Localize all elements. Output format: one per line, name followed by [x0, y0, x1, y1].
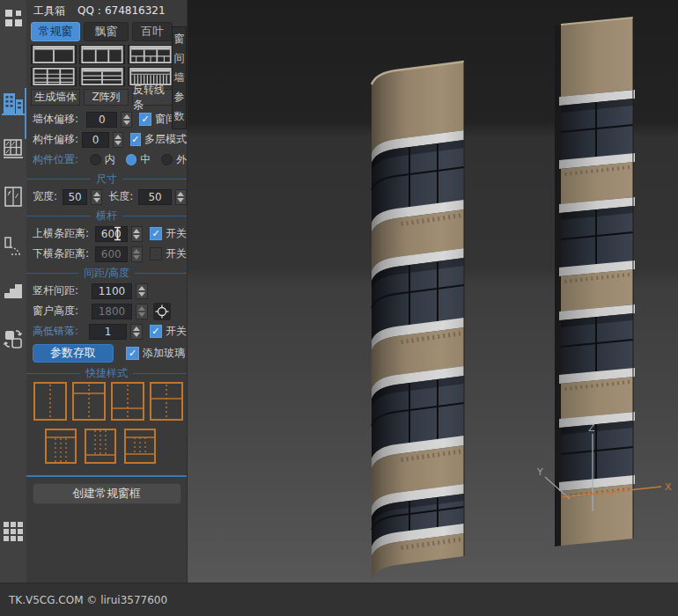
- part-offset-input[interactable]: 0: [82, 132, 109, 148]
- width-input[interactable]: 50: [63, 189, 87, 205]
- quick-style-2[interactable]: [72, 382, 106, 423]
- top-bar-distance-label: 上横条距离:: [33, 226, 92, 241]
- quick-style-1[interactable]: [33, 382, 67, 423]
- railing-preview-icon: [32, 46, 76, 63]
- style-preview-grid: [26, 45, 176, 86]
- position-middle-radio[interactable]: [126, 154, 137, 165]
- railing-preview-icon: [80, 46, 124, 63]
- rails-header-label: 横杆: [96, 209, 117, 224]
- vertical-spacing-input[interactable]: 1100: [92, 283, 132, 299]
- building-tool-icon[interactable]: [0, 91, 26, 115]
- panel-divider-line: [26, 475, 187, 477]
- crosshair-icon: [155, 304, 169, 319]
- style-preview-5[interactable]: [79, 67, 125, 86]
- tab-bay-window[interactable]: 飘窗: [84, 22, 129, 41]
- create-window-frame-button[interactable]: 创建常规窗框: [33, 483, 181, 504]
- viewport-3d[interactable]: Z Y X: [188, 0, 678, 583]
- window-height-label: 窗户高度:: [33, 304, 88, 319]
- add-glass-checkbox[interactable]: [126, 347, 139, 360]
- style-preview-2[interactable]: [79, 45, 125, 64]
- stairs-tool-icon[interactable]: [0, 280, 26, 299]
- stagger-label: 高低错落:: [33, 324, 85, 339]
- length-spinner[interactable]: [175, 189, 187, 205]
- model-flat-window-slab[interactable]: [555, 18, 635, 546]
- store-params-button[interactable]: 参数存取: [33, 344, 114, 363]
- bottom-bar-row: 下横条距离: 600 开关: [26, 244, 187, 264]
- part-offset-label: 构件偏移:: [33, 132, 78, 147]
- grid-3x3-icon-glyph: [3, 521, 24, 542]
- apps-grid-icon[interactable]: [0, 9, 26, 27]
- pick-height-button[interactable]: [153, 303, 171, 320]
- top-bar-switch-checkbox[interactable]: [150, 227, 162, 240]
- stagger-switch-checkbox[interactable]: [150, 325, 162, 338]
- multilayer-checkbox[interactable]: [130, 133, 141, 146]
- style-preview-4[interactable]: [31, 67, 77, 86]
- apps-grid-icon-glyph: [4, 9, 23, 27]
- style-preview-1[interactable]: [31, 45, 77, 64]
- transform-icon-glyph: [3, 327, 24, 350]
- wall-offset-input[interactable]: 0: [86, 112, 117, 128]
- position-middle-label: 中: [140, 152, 151, 167]
- window-height-input[interactable]: 1800: [92, 304, 132, 319]
- swing-door-icon-glyph: [3, 236, 24, 257]
- quick-style-icon: [85, 429, 116, 464]
- side-tab-char: 数: [174, 109, 185, 124]
- spandrel-checkbox[interactable]: [139, 113, 151, 126]
- bottom-bar-distance-input[interactable]: 600: [95, 246, 128, 262]
- vertical-spacing-row: 竖杆间距: 1100: [26, 281, 187, 301]
- size-header-label: 尺寸: [96, 172, 117, 187]
- tab-strip: 常规窗 飘窗 百叶: [26, 22, 187, 41]
- door-tool-icon[interactable]: [0, 187, 26, 208]
- top-bar-row: 上横条距离: 600 开关: [26, 224, 187, 244]
- bottom-bar-spinner[interactable]: [131, 246, 143, 262]
- store-row: 参数存取 添加玻璃: [26, 341, 187, 364]
- window-grid-icon-glyph: [3, 139, 24, 160]
- length-input[interactable]: 50: [138, 189, 172, 205]
- part-offset-spinner[interactable]: [113, 132, 123, 148]
- quick-style-5[interactable]: [45, 429, 77, 466]
- swing-door-tool-icon[interactable]: [0, 236, 26, 257]
- style-preview-3[interactable]: [128, 45, 173, 64]
- reverse-spline-button[interactable]: 反转线条: [132, 89, 173, 106]
- bottom-bar-switch-label: 开关: [166, 246, 187, 261]
- quick-style-4[interactable]: [150, 382, 183, 423]
- stagger-input[interactable]: 1: [89, 324, 128, 340]
- size-row: 宽度: 50 长度: 50: [26, 187, 187, 207]
- quick-style-icon: [111, 382, 144, 421]
- generate-wall-button[interactable]: 生成墙体: [31, 89, 80, 106]
- position-outer-radio[interactable]: [161, 154, 173, 165]
- position-outer-label: 外: [176, 152, 187, 167]
- width-spinner[interactable]: [91, 189, 102, 205]
- wall-offset-spinner[interactable]: [121, 112, 132, 128]
- vertical-spacing-label: 竖杆间距:: [33, 283, 88, 298]
- model-curved-window-column[interactable]: [372, 62, 464, 579]
- tab-louver[interactable]: 百叶: [132, 22, 173, 41]
- railing-preview-icon: [80, 68, 124, 85]
- vertical-spacing-spinner[interactable]: [136, 283, 148, 299]
- tab-spandrel-params[interactable]: 窗 间 墙 参 数: [172, 26, 187, 129]
- part-position-label: 构件位置:: [33, 152, 86, 167]
- quick-styles-section-header: 快捷样式: [26, 367, 187, 379]
- window-grid-tool-icon[interactable]: [0, 139, 26, 160]
- top-bar-distance-input[interactable]: 600: [95, 226, 128, 242]
- bottom-bar-switch-checkbox[interactable]: [150, 247, 162, 260]
- quick-style-3[interactable]: [111, 382, 144, 423]
- part-offset-row: 构件偏移: 0 多层模式: [26, 129, 187, 150]
- window-height-spinner[interactable]: [136, 304, 148, 319]
- app-window: 工具箱 QQ：674816321 常规窗 飘窗 百叶 窗 间 墙 参 数: [0, 0, 678, 616]
- top-bar-spinner[interactable]: [131, 226, 143, 242]
- transform-tool-icon[interactable]: [0, 327, 26, 350]
- stagger-row: 高低错落: 1 开关: [26, 321, 187, 341]
- grid-3x3-icon[interactable]: [0, 521, 26, 542]
- quick-style-7[interactable]: [124, 429, 156, 466]
- quick-style-6[interactable]: [85, 429, 116, 466]
- toolbox-panel: 工具箱 QQ：674816321 常规窗 飘窗 百叶 窗 间 墙 参 数: [26, 0, 188, 583]
- z-array-button[interactable]: Z阵列: [84, 89, 129, 106]
- quick-style-row-2: [26, 429, 187, 466]
- stagger-switch-label: 开关: [166, 324, 187, 339]
- stagger-spinner[interactable]: [130, 324, 142, 340]
- axis-x-label: X: [665, 481, 672, 493]
- position-inner-radio[interactable]: [90, 154, 101, 165]
- size-section-header: 尺寸: [26, 172, 187, 185]
- tab-regular-window[interactable]: 常规窗: [31, 22, 80, 41]
